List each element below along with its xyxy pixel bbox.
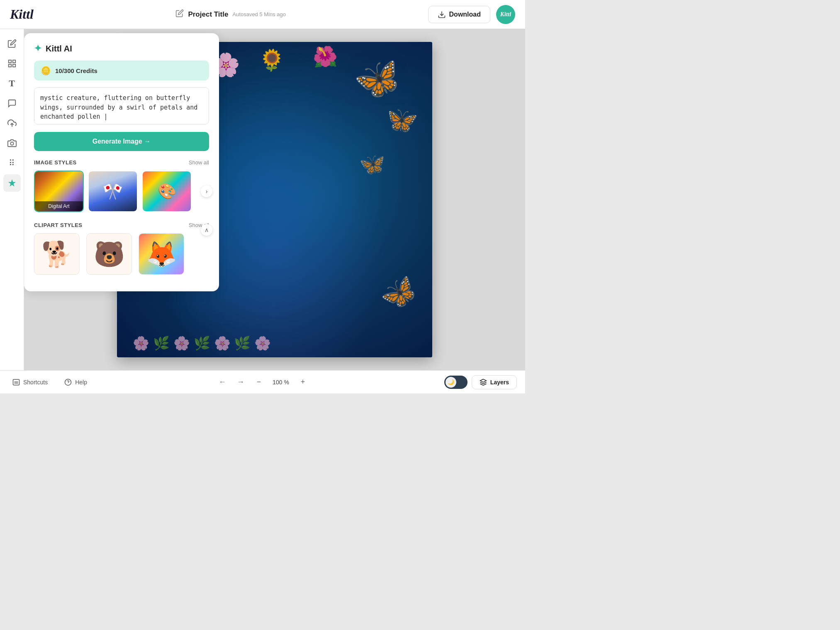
sidebar-item-layout[interactable] <box>3 55 21 72</box>
ai-panel: ✦ Kittl AI 🪙 10/300 Credits mystic creat… <box>24 33 219 291</box>
main-area: T ⠿ ✦ Kitt <box>0 29 525 370</box>
sidebar-item-upload[interactable] <box>3 115 21 132</box>
bottom-center: ← → − 100 % + <box>216 376 309 389</box>
image-styles-header: IMAGE STYLES Show all <box>34 159 209 166</box>
sidebar: T ⠿ <box>0 29 24 370</box>
prompt-input[interactable]: mystic creature, fluttering on butterfly… <box>34 87 209 125</box>
layers-button[interactable]: Layers <box>472 375 517 389</box>
sidebar-item-grid[interactable]: ⠿ <box>3 154 21 172</box>
redo-button[interactable]: → <box>234 376 247 389</box>
styles-next-chevron[interactable]: › <box>201 186 212 197</box>
svg-rect-4 <box>8 64 11 67</box>
clipart-styles-title: CLIPART STYLES <box>34 222 83 228</box>
shortcuts-icon <box>12 378 20 386</box>
shapes-icon <box>7 99 17 108</box>
sidebar-item-ai[interactable] <box>3 174 21 192</box>
clipart-item-colorful-fox[interactable]: 🦊 <box>139 233 184 275</box>
undo-button[interactable]: ← <box>216 376 229 389</box>
autosaved-status: Autosaved 5 Mins ago <box>232 11 286 17</box>
download-icon <box>438 10 446 19</box>
camera-icon <box>7 139 17 148</box>
avatar[interactable]: Kittl <box>496 5 515 24</box>
zoom-in-button[interactable]: + <box>296 376 309 389</box>
ai-panel-title: ✦ Kittl AI <box>34 43 209 54</box>
style-item-colorful[interactable]: 🎨 <box>142 171 192 212</box>
logo: Kittl <box>10 7 34 22</box>
generate-button[interactable]: Generate Image → <box>34 132 209 151</box>
project-title[interactable]: Project Title <box>188 10 228 19</box>
panel-scroll-up[interactable]: ∧ <box>201 224 212 236</box>
image-styles-show-all[interactable]: Show all <box>189 159 209 166</box>
credits-icon: 🪙 <box>41 66 51 76</box>
bottom-right: 🌙 Layers <box>444 375 517 389</box>
clipart-item-corgi[interactable]: 🐕 <box>34 233 80 275</box>
svg-point-6 <box>10 142 13 145</box>
image-styles-grid: Digital Art 🎌 🎨 › <box>34 171 209 212</box>
zoom-value: 100 % <box>270 379 291 386</box>
sidebar-item-text[interactable]: T <box>3 75 21 92</box>
upload-icon <box>7 119 17 128</box>
style-item-digital-art[interactable]: Digital Art <box>34 171 84 212</box>
layout-icon <box>7 59 17 68</box>
sidebar-item-camera[interactable] <box>3 134 21 152</box>
shortcuts-button[interactable]: Shortcuts <box>8 376 52 388</box>
image-styles-title: IMAGE STYLES <box>34 159 77 166</box>
help-icon <box>64 378 72 386</box>
svg-rect-3 <box>12 64 15 67</box>
clipart-styles-header: CLIPART STYLES Show all <box>34 222 209 228</box>
zoom-out-button[interactable]: − <box>252 376 265 389</box>
download-button[interactable]: Download <box>428 6 490 23</box>
svg-rect-1 <box>8 60 11 63</box>
theme-circle: 🌙 <box>446 377 456 388</box>
svg-rect-2 <box>12 60 15 63</box>
style-item-anime[interactable]: 🎌 <box>88 171 138 212</box>
clipart-item-bear[interactable]: 🐻 <box>86 233 132 275</box>
header: Kittl Project Title Autosaved 5 Mins ago… <box>0 0 525 29</box>
sidebar-item-edit[interactable] <box>3 35 21 52</box>
ai-sparkle-icon: ✦ <box>34 43 41 54</box>
bottom-left: Shortcuts Help <box>8 376 91 388</box>
clipart-grid: 🐕 🐻 🦊 <box>34 233 209 275</box>
theme-toggle[interactable]: 🌙 <box>444 376 467 389</box>
help-button[interactable]: Help <box>60 376 91 388</box>
help-label: Help <box>75 379 87 386</box>
svg-marker-15 <box>480 379 486 382</box>
edit-pencil-icon <box>175 9 184 20</box>
credits-text: 10/300 Credits <box>55 67 97 74</box>
credits-bar: 🪙 10/300 Credits <box>34 61 209 81</box>
edit-icon <box>7 39 17 48</box>
style-label-digital-art: Digital Art <box>35 201 83 211</box>
sidebar-item-shapes[interactable] <box>3 95 21 112</box>
header-right: Download Kittl <box>428 5 515 24</box>
ai-star-icon <box>7 178 17 188</box>
header-center: Project Title Autosaved 5 Mins ago <box>175 9 286 20</box>
bottom-bar: Shortcuts Help ← → − 100 % + 🌙 Laye <box>0 370 525 393</box>
layers-icon <box>480 378 487 386</box>
